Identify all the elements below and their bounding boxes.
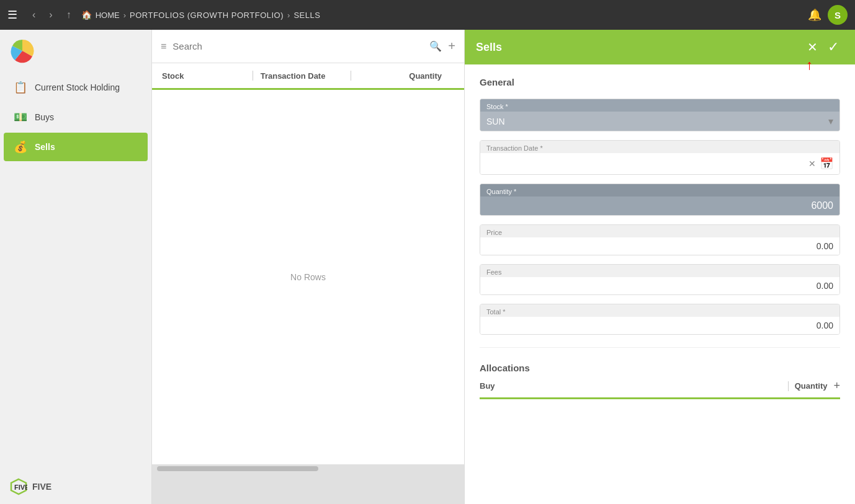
- svg-text:FIVE: FIVE: [14, 484, 27, 491]
- alloc-col-divider: [788, 381, 789, 391]
- total-field-value[interactable]: 0.00: [486, 321, 833, 330]
- notification-bell-icon[interactable]: 🔔: [808, 8, 821, 22]
- sidebar: 📋 Current Stock Holding 💵 Buys 💰 Sells F…: [0, 30, 152, 504]
- stock-field-value[interactable]: SUN: [486, 117, 828, 126]
- sidebar-logo: [0, 30, 151, 72]
- search-bar: ≡ 🔍 +: [152, 30, 464, 63]
- home-icon: 🏠: [81, 10, 92, 20]
- sidebar-item-buys[interactable]: 💵 Buys: [4, 103, 148, 131]
- date-clear-icon[interactable]: ✕: [808, 159, 816, 169]
- total-field-label: Total *: [480, 304, 839, 317]
- logo-icon: [10, 38, 35, 63]
- sidebar-nav: 📋 Current Stock Holding 💵 Buys 💰 Sells: [0, 72, 151, 469]
- quantity-field: Quantity * 6000: [480, 183, 840, 216]
- col-transaction-date: Transaction Date: [261, 71, 344, 81]
- transaction-date-field: Transaction Date * ✕ 📅: [480, 140, 840, 175]
- stock-field-label: Stock *: [480, 99, 839, 112]
- alloc-col-buy: Buy: [480, 381, 782, 391]
- breadcrumb-sep-1: ›: [123, 11, 126, 20]
- stock-dropdown-icon[interactable]: ▾: [828, 115, 833, 127]
- sidebar-item-sells[interactable]: 💰 Sells: [4, 133, 148, 161]
- date-calendar-icon[interactable]: 📅: [820, 157, 833, 170]
- col-divider-1: [253, 71, 253, 81]
- sidebar-item-buys-label: Buys: [35, 112, 54, 122]
- home-crumb[interactable]: HOME: [96, 11, 120, 20]
- col-stock: Stock: [162, 71, 245, 81]
- table-body: No Rows: [152, 90, 464, 464]
- allocations-title: Allocations: [480, 363, 840, 373]
- forward-button[interactable]: ›: [45, 7, 56, 23]
- total-field: Total * 0.00: [480, 304, 840, 335]
- sidebar-item-sells-label: Sells: [35, 142, 55, 152]
- five-logo-label: FIVE: [32, 482, 51, 492]
- buys-icon: 💵: [14, 110, 27, 124]
- scrollbar-thumb[interactable]: [157, 466, 318, 471]
- price-field-label: Price: [480, 225, 839, 237]
- sidebar-item-current-stock-label: Current Stock Holding: [35, 82, 120, 92]
- price-field-value[interactable]: 0.00: [486, 241, 833, 251]
- fees-field-label: Fees: [480, 265, 839, 277]
- price-field: Price 0.00: [480, 224, 840, 255]
- form-close-button[interactable]: ✕: [802, 37, 823, 57]
- bottom-area: [152, 473, 464, 504]
- main-layout: 📋 Current Stock Holding 💵 Buys 💰 Sells F…: [0, 30, 855, 504]
- filter-icon: ≡: [161, 41, 166, 52]
- search-input[interactable]: [172, 41, 423, 51]
- horizontal-scrollbar[interactable]: [152, 464, 464, 473]
- right-panel: Sells ✕ ✓ ↑ General Stock * SUN ▾ Tran: [464, 30, 855, 504]
- transaction-date-label: Transaction Date *: [480, 141, 839, 153]
- col-divider-2: [351, 71, 351, 81]
- empty-message: No Rows: [290, 272, 326, 282]
- breadcrumb: 🏠 HOME › PORTFOLIOS (GROWTH PORTFOLIO) ›…: [81, 10, 321, 20]
- alloc-col-quantity: Quantity: [795, 381, 828, 391]
- menu-icon[interactable]: ☰: [7, 8, 17, 22]
- current-stock-icon: 📋: [14, 81, 27, 94]
- quantity-field-value[interactable]: 6000: [486, 200, 833, 211]
- form-confirm-button[interactable]: ✓: [823, 37, 844, 58]
- five-logo-icon: FIVE: [10, 478, 27, 495]
- up-button[interactable]: ↑: [63, 7, 75, 23]
- topbar: ☰ ‹ › ↑ 🏠 HOME › PORTFOLIOS (GROWTH PORT…: [0, 0, 855, 30]
- sells-crumb[interactable]: SELLS: [293, 11, 320, 20]
- back-button[interactable]: ‹: [29, 7, 39, 23]
- center-panel: ≡ 🔍 + Stock Transaction Date Quantity No…: [152, 30, 464, 504]
- allocations-table-header: Buy Quantity +: [480, 373, 840, 399]
- fees-field-value[interactable]: 0.00: [486, 281, 833, 291]
- section-general-title: General: [480, 77, 840, 87]
- fees-field: Fees 0.00: [480, 264, 840, 295]
- portfolios-crumb[interactable]: PORTFOLIOS (GROWTH PORTFOLIO): [130, 11, 284, 20]
- sidebar-item-current-stock[interactable]: 📋 Current Stock Holding: [4, 73, 148, 102]
- allocations-header: Allocations: [480, 356, 840, 373]
- form-title: Sells: [476, 41, 802, 54]
- form-header: Sells ✕ ✓ ↑: [465, 30, 855, 64]
- sidebar-footer: FIVE FIVE: [0, 469, 151, 504]
- avatar[interactable]: S: [828, 5, 848, 25]
- form-body: General Stock * SUN ▾ Transaction Date *: [465, 64, 855, 504]
- alloc-add-button[interactable]: +: [833, 379, 840, 392]
- breadcrumb-sep-2: ›: [287, 11, 290, 20]
- allocations-section: Allocations Buy Quantity +: [480, 347, 840, 399]
- quantity-field-label: Quantity *: [480, 184, 839, 197]
- sells-icon: 💰: [14, 140, 27, 154]
- add-button[interactable]: +: [448, 39, 455, 53]
- stock-field: Stock * SUN ▾: [480, 99, 840, 131]
- search-icon: 🔍: [429, 40, 442, 52]
- col-quantity: Quantity: [359, 71, 454, 81]
- table-header: Stock Transaction Date Quantity: [152, 63, 464, 90]
